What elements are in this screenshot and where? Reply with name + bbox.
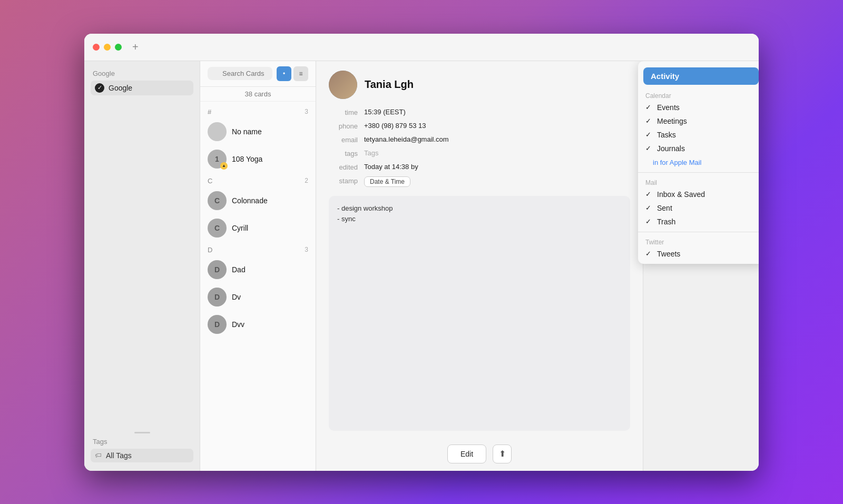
cards-list-body: # 3 No name 1 ▲ 108 Yoga C 2 <box>200 102 316 471</box>
stamp-label: stamp <box>329 176 358 185</box>
section-c-letter: C <box>208 177 212 185</box>
tags-value[interactable]: Tags <box>364 149 378 157</box>
card-item-no-name[interactable]: No name <box>200 118 316 145</box>
journals-check: ✓ <box>645 144 653 152</box>
email-label: email <box>329 135 358 144</box>
section-c: C 2 <box>200 173 316 187</box>
tweets-label: Tweets <box>657 250 680 258</box>
card-item-colonnade[interactable]: C Colonnade <box>200 187 316 214</box>
field-stamp: stamp Date & Time <box>329 174 630 190</box>
card-item-108-yoga[interactable]: 1 ▲ 108 Yoga <box>200 145 316 173</box>
dropdown-item-sent[interactable]: ✓ Sent <box>638 201 759 215</box>
detail-footer: Edit ⬆ <box>316 437 643 471</box>
events-check: ✓ <box>645 103 653 111</box>
minimize-button[interactable] <box>104 44 111 51</box>
app-window: + Google ✓ Google Tags 🏷 All Tags <box>84 34 759 471</box>
traffic-lights <box>93 44 122 51</box>
tag-icon: 🏷 <box>95 451 102 459</box>
meetings-label: Meetings <box>657 117 687 125</box>
notes-text: - design workshop- sync <box>337 204 393 223</box>
search-cards-input[interactable] <box>208 67 272 80</box>
avatar-colonnade: C <box>208 191 227 210</box>
card-name-dv: Dv <box>232 293 241 301</box>
sidebar-bottom: Tags 🏷 All Tags <box>91 428 193 462</box>
dropdown-item-inbox-saved[interactable]: ✓ Inbox & Saved <box>638 187 759 201</box>
dropdown-item-meetings[interactable]: ✓ Meetings <box>638 114 759 128</box>
activity-panel: 🔍 Activity Calendar ✓ Events ✓ Meetings … <box>643 61 759 471</box>
sent-label: Sent <box>657 204 672 212</box>
meetings-check: ✓ <box>645 117 653 125</box>
events-label: Events <box>657 103 680 112</box>
detail-fields: time 15:39 (EEST) phone +380 (98) 879 53… <box>316 105 643 190</box>
card-item-dad[interactable]: D Dad <box>200 256 316 283</box>
sent-check: ✓ <box>645 204 653 212</box>
tags-label: tags <box>329 149 358 157</box>
avatar-no-name <box>208 122 227 141</box>
avatar-108-yoga: 1 ▲ <box>208 150 227 169</box>
apple-mail-link[interactable]: in for Apple Mail <box>645 156 709 169</box>
dropdown-item-tweets[interactable]: ✓ Tweets <box>638 247 759 261</box>
phone-value[interactable]: +380 (98) 879 53 13 <box>364 122 426 130</box>
add-button[interactable]: + <box>132 41 139 53</box>
section-c-count: 2 <box>305 177 308 184</box>
card-name-cyrill: Cyrill <box>232 224 248 232</box>
tweets-check: ✓ <box>645 250 653 258</box>
sidebar: Google ✓ Google Tags 🏷 All Tags <box>84 61 200 471</box>
card-name-no-name: No name <box>232 127 262 136</box>
dropdown-item-events[interactable]: ✓ Events <box>638 101 759 114</box>
field-time: time 15:39 (EEST) <box>329 105 630 119</box>
time-value: 15:39 (EEST) <box>364 108 406 116</box>
card-item-cyrill[interactable]: C Cyrill <box>200 214 316 242</box>
edit-button[interactable]: Edit <box>447 444 486 463</box>
calendar-section-label: Calendar <box>638 89 759 101</box>
sidebar-item-all-tags[interactable]: 🏷 All Tags <box>91 449 193 462</box>
dot-view-toggle[interactable]: • <box>277 66 291 81</box>
list-view-toggle[interactable]: ≡ <box>293 66 308 81</box>
detail-header: Tania Lgh <box>316 61 643 105</box>
dropdown-item-tasks[interactable]: ✓ Tasks <box>638 128 759 142</box>
notes-area[interactable]: - design workshop- sync <box>329 196 630 431</box>
maximize-button[interactable] <box>115 44 122 51</box>
close-button[interactable] <box>93 44 100 51</box>
share-button[interactable]: ⬆ <box>493 444 512 463</box>
edited-value: Today at 14:38 by <box>364 163 418 171</box>
field-phone: phone +380 (98) 879 53 13 <box>329 119 630 133</box>
main-area: Google ✓ Google Tags 🏷 All Tags 🔍 <box>84 61 759 471</box>
activity-dropdown: Activity Calendar ✓ Events ✓ Meetings ✓ … <box>638 61 759 264</box>
dropdown-item-trash[interactable]: ✓ Trash <box>638 215 759 229</box>
share-icon: ⬆ <box>499 449 506 459</box>
card-item-dvv[interactable]: D Dvv <box>200 311 316 338</box>
phone-label: phone <box>329 122 358 130</box>
sidebar-divider <box>134 432 150 433</box>
trash-label: Trash <box>657 218 675 226</box>
contact-name: Tania Lgh <box>365 78 414 91</box>
cards-search-bar: 🔍 • ≡ <box>200 61 316 87</box>
view-toggles: • ≡ <box>277 66 308 81</box>
section-d-letter: D <box>208 246 212 254</box>
yoga-badge: ▲ <box>220 162 228 170</box>
card-item-dv[interactable]: D Dv <box>200 283 316 311</box>
time-label: time <box>329 108 358 116</box>
field-tags: tags Tags <box>329 146 630 160</box>
contact-avatar <box>329 71 357 99</box>
avatar-dad: D <box>208 260 227 279</box>
section-d: D 3 <box>200 242 316 256</box>
dropdown-item-journals[interactable]: ✓ Journals <box>638 142 759 155</box>
titlebar: + <box>84 34 759 61</box>
sidebar-item-google[interactable]: ✓ Google <box>91 81 193 95</box>
activity-dropdown-btn[interactable]: Activity <box>643 67 759 85</box>
email-value[interactable]: tetyana.leheida@gmail.com <box>364 135 449 143</box>
field-email: email tetyana.leheida@gmail.com <box>329 133 630 146</box>
section-hash: # 3 <box>200 104 316 118</box>
section-hash-letter: # <box>208 108 211 116</box>
trash-check: ✓ <box>645 218 653 225</box>
all-tags-label: All Tags <box>106 451 132 460</box>
stamp-button[interactable]: Date & Time <box>364 176 410 187</box>
twitter-section-label: Twitter <box>638 235 759 247</box>
card-name-108-yoga: 108 Yoga <box>232 155 262 163</box>
field-edited: edited Today at 14:38 by <box>329 160 630 174</box>
sidebar-section-google-label: Google <box>91 70 193 77</box>
sidebar-google-label: Google <box>109 84 132 92</box>
section-hash-count: 3 <box>305 108 308 115</box>
tasks-label: Tasks <box>657 131 676 139</box>
